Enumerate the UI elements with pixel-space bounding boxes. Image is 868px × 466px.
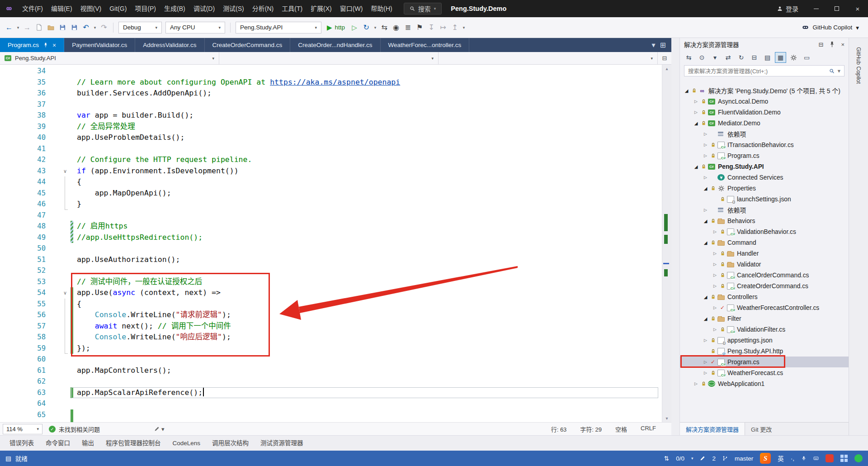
code-line[interactable]: 52 — [0, 265, 662, 276]
panel-tab[interactable]: 调用层次结构 — [206, 436, 255, 451]
tree-item[interactable]: ▷WebApplication1 — [680, 378, 849, 389]
tree-chevron-icon[interactable]: ▷ — [702, 175, 709, 180]
zoom-dropdown[interactable]: 114 %▾ — [3, 424, 42, 434]
microphone-tray-icon[interactable] — [801, 456, 807, 461]
tree-chevron-icon[interactable]: ▷ — [711, 251, 719, 256]
menu-item[interactable]: 工具(T) — [278, 0, 307, 17]
menu-item[interactable]: 生成(B) — [160, 0, 189, 17]
tree-item[interactable]: ▷C#ValidationBehavior.cs — [680, 226, 849, 237]
tree-chevron-icon[interactable]: ▷ — [711, 305, 719, 310]
close-icon[interactable]: × — [841, 41, 844, 48]
code-line[interactable]: 48// 启用https — [0, 221, 662, 232]
document-tab[interactable]: CreateOrder...ndHandler.cs — [290, 38, 380, 52]
pending-edits-count[interactable]: 2 — [712, 455, 716, 462]
snipaste-badge[interactable]: S — [760, 453, 771, 464]
show-all-files-icon[interactable]: ▦ — [775, 52, 786, 63]
code-line[interactable]: 50 — [0, 243, 662, 254]
collapse-all-icon[interactable]: ⊟ — [749, 52, 760, 63]
pending-edits-icon[interactable] — [700, 456, 705, 461]
pin-icon[interactable] — [829, 41, 835, 48]
code-hyperlink[interactable]: https://aka.ms/aspnet/openapi — [270, 78, 400, 86]
tree-chevron-icon[interactable]: ▷ — [711, 273, 719, 277]
collapsed-tool-tab-copilot[interactable]: GitHub Copilot — [854, 44, 863, 86]
tree-item[interactable]: {}launchSettings.json — [680, 194, 849, 204]
editor-vertical-scrollbar[interactable]: ▴ ▾ — [662, 65, 671, 422]
undo-icon[interactable]: ↶ — [80, 21, 91, 34]
tree-chevron-icon[interactable]: ▷ — [702, 360, 709, 364]
eol-indicator[interactable]: CRLF — [641, 425, 656, 433]
start-without-debugging-button[interactable]: ▷ — [349, 21, 360, 34]
step-over-icon[interactable]: ↦ — [438, 21, 448, 34]
refresh-icon[interactable]: ↻ — [736, 52, 747, 63]
live-share-icon[interactable]: ⇆ — [379, 21, 390, 34]
navigate-back-icon[interactable]: ← — [4, 21, 14, 34]
tree-chevron-icon[interactable]: ◢ — [683, 88, 690, 93]
solution-search-input[interactable]: 搜索解决方案资源管理器(Ctrl+;) ▾ — [684, 65, 844, 76]
project-scope-dropdown[interactable]: C# Peng.Study.API ▾ — [0, 52, 219, 64]
tree-chevron-icon[interactable]: ▷ — [711, 327, 719, 332]
toolbar-overflow-icon[interactable]: ▾ — [461, 21, 467, 34]
pending-changes-filter-icon[interactable]: ⊙ — [696, 52, 708, 63]
code-line[interactable]: 37 — [0, 99, 662, 110]
panel-tab[interactable]: 输出 — [76, 436, 100, 451]
menu-item[interactable]: 文件(F) — [18, 0, 47, 17]
red-app-tray-icon[interactable] — [826, 454, 834, 462]
tree-item[interactable]: ▷C#WeatherForecast.cs — [680, 367, 849, 378]
menu-item[interactable]: 调试(D) — [189, 0, 219, 17]
tree-item[interactable]: ◢Controllers — [680, 291, 849, 302]
properties-tool-icon[interactable]: ▤ — [762, 52, 773, 63]
tree-item[interactable]: ▷C#FluentValidation.Demo — [680, 107, 849, 118]
platform-dropdown[interactable]: Any CPU▾ — [165, 22, 225, 33]
bookmark-icon[interactable]: ⚑ — [414, 21, 425, 34]
code-line[interactable]: 64 — [0, 398, 662, 409]
switch-views-icon[interactable]: ⇆ — [683, 52, 694, 63]
panel-tab[interactable]: 程序包管理器控制台 — [100, 436, 167, 451]
code-line[interactable]: 42// Configure the HTTP request pipeline… — [0, 154, 662, 166]
ime-language-indicator[interactable]: 英 — [778, 454, 784, 463]
configuration-dropdown[interactable]: Debug▾ — [118, 22, 162, 33]
code-line[interactable]: 66app.Run(); — [0, 420, 662, 422]
code-line[interactable]: 40app.UseProblemDetails(); — [0, 132, 662, 143]
code-line[interactable]: 54∨app.Use(async (context, next) => — [0, 287, 662, 299]
tree-chevron-icon[interactable]: ▷ — [702, 153, 709, 158]
panel-tab[interactable]: CodeLens — [167, 436, 207, 451]
code-line[interactable]: 38var app = builder.Build(); — [0, 110, 662, 121]
maximize-button[interactable] — [826, 0, 847, 17]
menu-item[interactable]: 分析(N) — [248, 0, 278, 17]
git-branch-name[interactable]: master — [735, 455, 753, 462]
code-line[interactable]: 45 app.MapOpenApi(); — [0, 188, 662, 199]
panel-tab[interactable]: 错误列表 — [4, 436, 40, 451]
tree-item[interactable]: ◢Properties — [680, 183, 849, 194]
panel-tab[interactable]: 测试资源管理器 — [255, 436, 309, 451]
dock-options-icon[interactable]: ⊟ — [819, 41, 824, 48]
tree-item[interactable]: ▷依赖项 — [680, 128, 849, 139]
navigate-back-dropdown-icon[interactable]: ▾ — [15, 21, 21, 34]
fold-chevron-icon[interactable]: ∨ — [63, 166, 67, 177]
breakpoints-window-icon[interactable]: ◉ — [391, 21, 401, 34]
tree-chevron-icon[interactable]: ◢ — [702, 240, 709, 245]
code-line[interactable]: 36builder.Services.AddOpenApi(); — [0, 88, 662, 99]
immediate-window-icon[interactable]: ≣ — [402, 21, 413, 34]
code-line[interactable]: 62 — [0, 376, 662, 387]
code-line[interactable]: 44{ — [0, 176, 662, 188]
code-line[interactable]: 57 await next(); // 调用下一个中间件 — [0, 321, 662, 332]
tree-item[interactable]: ▷C#Program.cs — [680, 150, 849, 161]
open-folder-icon[interactable] — [45, 21, 56, 34]
save-all-icon[interactable] — [69, 21, 80, 34]
git-sync-dropdown-icon[interactable]: ▾ — [691, 456, 693, 461]
new-file-icon[interactable] — [33, 21, 44, 34]
sync-with-active-document-icon[interactable]: ⇄ — [722, 52, 734, 63]
hot-reload-dropdown-icon[interactable]: ▾ — [373, 21, 378, 34]
line-indicator[interactable]: 行: 63 — [551, 425, 567, 433]
close-icon[interactable]: × — [52, 42, 56, 49]
menu-item[interactable]: 项目(P) — [131, 0, 160, 17]
step-into-icon[interactable]: ↧ — [426, 21, 437, 34]
tree-chevron-icon[interactable]: ◢ — [702, 316, 709, 321]
code-line[interactable]: 63app.MapScalarApiReference(); — [0, 387, 662, 399]
step-out-icon[interactable]: ↥ — [449, 21, 460, 34]
keyboard-tray-icon[interactable] — [813, 456, 819, 461]
tab-solution-explorer[interactable]: 解决方案资源管理器 — [680, 423, 745, 435]
tree-chevron-icon[interactable]: ◢ — [702, 219, 709, 223]
document-tab[interactable]: AddressValidator.cs — [135, 38, 204, 52]
tree-item[interactable]: ▷✓C#WeatherForecastController.cs — [680, 302, 849, 313]
